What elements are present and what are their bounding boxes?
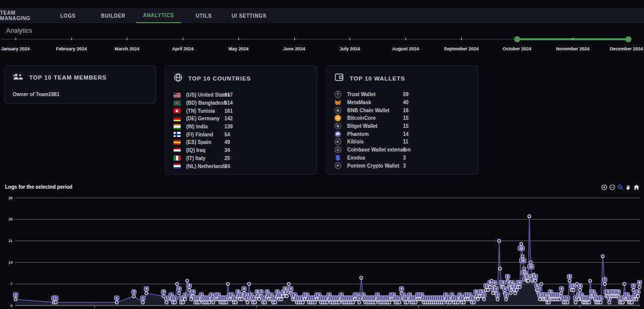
- data-point[interactable]: [599, 301, 602, 304]
- data-point[interactable]: [406, 301, 409, 304]
- data-point[interactable]: [589, 279, 592, 282]
- data-point[interactable]: [635, 298, 638, 301]
- data-point[interactable]: [560, 292, 563, 295]
- data-point[interactable]: [608, 301, 611, 304]
- data-point[interactable]: [492, 292, 495, 295]
- data-point[interactable]: [301, 301, 304, 304]
- data-point[interactable]: [572, 288, 575, 291]
- data-point[interactable]: [601, 255, 604, 258]
- data-point[interactable]: [274, 301, 277, 304]
- data-point[interactable]: [577, 298, 580, 301]
- data-point[interactable]: [338, 301, 341, 304]
- data-point[interactable]: [523, 267, 526, 270]
- data-point[interactable]: [579, 288, 582, 291]
- data-point[interactable]: [540, 282, 543, 285]
- data-point[interactable]: [226, 282, 229, 285]
- tab-builder[interactable]: BUILDER: [91, 8, 136, 23]
- data-point[interactable]: [225, 301, 228, 304]
- data-point[interactable]: [178, 292, 181, 295]
- data-point[interactable]: [360, 276, 363, 279]
- data-point[interactable]: [208, 301, 211, 304]
- data-point[interactable]: [240, 298, 244, 301]
- data-point[interactable]: [505, 298, 508, 301]
- data-point[interactable]: [529, 261, 532, 264]
- data-point[interactable]: [246, 301, 249, 304]
- data-point[interactable]: [528, 215, 531, 218]
- data-point[interactable]: [623, 282, 626, 285]
- data-point[interactable]: [520, 243, 523, 246]
- data-point[interactable]: [630, 301, 633, 304]
- data-point[interactable]: [248, 282, 251, 285]
- data-point[interactable]: [521, 255, 524, 258]
- data-point[interactable]: [588, 301, 591, 304]
- data-point[interactable]: [547, 301, 550, 304]
- zoom-out-icon[interactable]: [609, 184, 615, 190]
- data-point[interactable]: [568, 279, 571, 282]
- home-icon[interactable]: [633, 184, 639, 190]
- slider-handle-start[interactable]: [514, 36, 520, 42]
- box-zoom-icon[interactable]: [617, 184, 623, 190]
- logs-line-chart[interactable]: 0714212835211131431211411252311121111212…: [0, 194, 644, 309]
- data-point[interactable]: [518, 285, 521, 288]
- data-point[interactable]: [509, 292, 512, 295]
- data-point[interactable]: [280, 298, 283, 301]
- data-point[interactable]: [176, 282, 179, 285]
- data-point[interactable]: [632, 288, 635, 291]
- pan-icon[interactable]: [625, 184, 631, 190]
- data-point[interactable]: [621, 301, 624, 304]
- data-point[interactable]: [234, 301, 237, 304]
- data-point[interactable]: [388, 301, 391, 304]
- date-range-slider[interactable]: January 2024February 2024March 2024April…: [0, 35, 644, 53]
- data-point[interactable]: [462, 301, 465, 304]
- data-point[interactable]: [184, 298, 187, 301]
- data-point[interactable]: [398, 301, 401, 304]
- data-point[interactable]: [558, 298, 561, 301]
- data-point[interactable]: [188, 288, 191, 291]
- data-point[interactable]: [212, 301, 215, 304]
- tab-utils[interactable]: UTILS: [181, 8, 226, 23]
- data-point[interactable]: [574, 301, 577, 304]
- data-point[interactable]: [456, 301, 459, 304]
- tab-analytics[interactable]: ANALYTICS: [136, 8, 181, 23]
- zoom-in-icon[interactable]: [601, 184, 607, 190]
- data-point[interactable]: [282, 295, 285, 298]
- data-point[interactable]: [638, 285, 641, 288]
- data-point[interactable]: [499, 267, 502, 270]
- slider-handle-end[interactable]: [625, 36, 631, 42]
- data-point[interactable]: [14, 298, 17, 301]
- data-point[interactable]: [496, 298, 499, 301]
- tab-ui-settings[interactable]: UI SETTINGS: [226, 8, 272, 23]
- data-point[interactable]: [603, 282, 606, 285]
- data-point[interactable]: [487, 288, 490, 291]
- data-point[interactable]: [538, 298, 541, 301]
- data-point[interactable]: [534, 279, 537, 282]
- data-point[interactable]: [352, 301, 355, 304]
- data-point[interactable]: [182, 301, 185, 304]
- tab-logs[interactable]: LOGS: [45, 8, 91, 23]
- data-point[interactable]: [636, 295, 639, 298]
- data-point[interactable]: [527, 279, 530, 282]
- data-point[interactable]: [326, 301, 329, 304]
- tab-team-managing[interactable]: TEAM MANAGING: [0, 8, 45, 23]
- data-point[interactable]: [165, 301, 168, 304]
- data-point[interactable]: [313, 301, 316, 304]
- data-point[interactable]: [448, 301, 451, 304]
- data-point[interactable]: [132, 295, 135, 298]
- data-point[interactable]: [54, 301, 57, 304]
- data-point[interactable]: [514, 292, 517, 295]
- data-point[interactable]: [174, 301, 177, 304]
- data-point[interactable]: [472, 301, 475, 304]
- data-point[interactable]: [145, 292, 148, 295]
- data-point[interactable]: [476, 298, 479, 301]
- data-point[interactable]: [498, 240, 501, 243]
- data-point[interactable]: [566, 301, 569, 304]
- data-point[interactable]: [254, 301, 257, 304]
- data-point[interactable]: [115, 301, 118, 304]
- data-point[interactable]: [442, 301, 445, 304]
- data-point[interactable]: [482, 298, 486, 301]
- data-point[interactable]: [258, 298, 261, 301]
- data-point[interactable]: [198, 301, 201, 304]
- data-point[interactable]: [358, 301, 361, 304]
- data-point[interactable]: [515, 288, 518, 291]
- data-point[interactable]: [264, 301, 267, 304]
